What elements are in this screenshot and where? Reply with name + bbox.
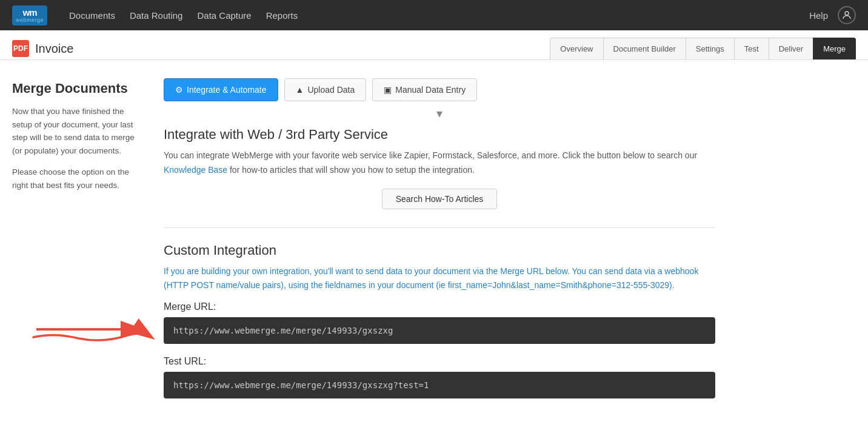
pdf-icon: PDF [12, 40, 29, 57]
content-area: ⚙ Integrate & Automate ▲ Upload Data ▣ M… [164, 78, 715, 417]
document-header: PDF Invoice Overview Document Builder Se… [0, 30, 868, 60]
sidebar-para1: Now that you have finished the setup of … [12, 105, 145, 157]
navbar: wm webmerge Documents Data Routing Data … [0, 0, 868, 30]
nav-right: Help [809, 6, 856, 24]
tab-document-builder[interactable]: Document Builder [603, 38, 686, 59]
custom-section-title: Custom Integration [164, 243, 715, 258]
action-buttons-row: ⚙ Integrate & Automate ▲ Upload Data ▣ M… [164, 78, 715, 101]
nav-documents[interactable]: Documents [69, 10, 115, 21]
integrate-automate-button[interactable]: ⚙ Integrate & Automate [164, 78, 278, 101]
merge-url-label: Merge URL: [164, 301, 715, 312]
tab-test[interactable]: Test [734, 38, 769, 59]
nav-reports[interactable]: Reports [266, 10, 298, 21]
brand-logo[interactable]: wm webmerge [12, 5, 51, 25]
svg-point-0 [845, 12, 849, 15]
tab-merge[interactable]: Merge [813, 38, 856, 59]
integrate-text-before: You can integrate WebMerge with your fav… [164, 150, 697, 160]
nav-data-routing[interactable]: Data Routing [130, 10, 183, 21]
manual-data-entry-button[interactable]: ▣ Manual Data Entry [372, 78, 477, 101]
logo-webmerge-text: webmerge [16, 17, 44, 23]
integrate-text-after: for how-to articles that will show you h… [227, 165, 475, 175]
tab-settings[interactable]: Settings [686, 38, 735, 59]
integrate-section-text: You can integrate WebMerge with your fav… [164, 149, 715, 178]
dropdown-arrow-indicator: ▾ [164, 106, 715, 121]
test-url-box: https://www.webmerge.me/merge/149933/gxs… [164, 372, 715, 398]
user-avatar[interactable] [838, 6, 856, 24]
test-url-label: Test URL: [164, 356, 715, 367]
nav-data-capture[interactable]: Data Capture [197, 10, 251, 21]
sidebar-title: Merge Documents [12, 81, 145, 96]
search-howto-button[interactable]: Search How-To Articles [382, 189, 498, 209]
upload-data-button[interactable]: ▲ Upload Data [284, 78, 367, 101]
document-title: Invoice [35, 42, 73, 56]
section-divider [164, 227, 715, 228]
integrate-section-title: Integrate with Web / 3rd Party Service [164, 127, 715, 143]
integrate-section: Integrate with Web / 3rd Party Service Y… [164, 127, 715, 209]
upload-icon: ▲ [296, 85, 304, 95]
sidebar-para2: Please choose the option on the right th… [12, 166, 145, 192]
knowledge-base-link[interactable]: Knowledge Base [164, 165, 227, 175]
search-button-wrap: Search How-To Articles [164, 189, 715, 209]
custom-integration-section: Custom Integration If you are building y… [164, 243, 715, 399]
merge-url-box: https://www.webmerge.me/merge/149933/gxs… [164, 317, 715, 344]
manual-label: Manual Data Entry [395, 85, 466, 95]
logo-box: wm webmerge [12, 5, 47, 25]
sidebar: Merge Documents Now that you have finish… [12, 78, 145, 417]
logo-wm-text: wm [23, 8, 37, 17]
custom-section-text: If you are building your own integration… [164, 264, 715, 294]
manual-icon: ▣ [384, 85, 392, 95]
integrate-icon: ⚙ [175, 85, 183, 95]
help-link[interactable]: Help [809, 10, 828, 21]
integrate-label: Integrate & Automate [187, 85, 267, 95]
merge-url-wrapper: https://www.webmerge.me/merge/149933/gxs… [164, 317, 715, 344]
main-layout: Merge Documents Now that you have finish… [0, 60, 727, 435]
nav-links: Documents Data Routing Data Capture Repo… [69, 10, 809, 21]
upload-label: Upload Data [307, 85, 355, 95]
tab-deliver[interactable]: Deliver [769, 38, 813, 59]
tab-overview[interactable]: Overview [550, 38, 603, 59]
document-tabs: Overview Document Builder Settings Test … [550, 38, 856, 59]
